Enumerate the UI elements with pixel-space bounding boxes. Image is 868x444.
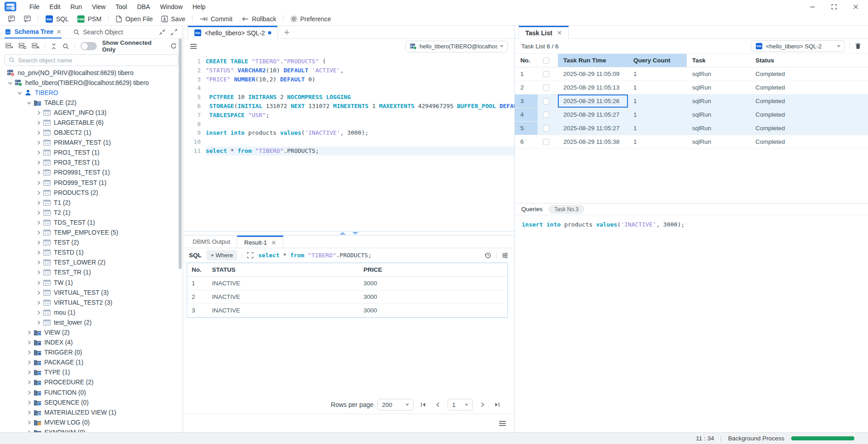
chevron-right-icon[interactable] bbox=[25, 340, 33, 345]
maximize-icon[interactable] bbox=[830, 3, 838, 11]
chevron-right-icon[interactable] bbox=[35, 269, 42, 275]
rollback-button[interactable]: Rollback bbox=[236, 13, 280, 25]
tree-item[interactable]: MATERIALIZED VIEW (1) bbox=[0, 407, 183, 417]
chevron-right-icon[interactable] bbox=[25, 390, 33, 396]
menu-help[interactable]: Help bbox=[188, 2, 211, 11]
add-connection-icon[interactable] bbox=[5, 43, 13, 50]
tree-item[interactable]: TEST (2) bbox=[0, 238, 183, 248]
history-icon[interactable] bbox=[484, 252, 492, 259]
chevron-right-icon[interactable] bbox=[35, 140, 42, 146]
prev-page-button[interactable] bbox=[433, 399, 443, 410]
menu-tool[interactable]: Tool bbox=[110, 2, 132, 11]
tree-item[interactable]: T1 (2) bbox=[0, 198, 183, 208]
tab-result-1[interactable]: Result-1 bbox=[237, 236, 283, 248]
connection-selector[interactable]: hello_tibero(TIBERO@localhost:8629 bbox=[406, 41, 508, 52]
collapse-all-icon[interactable] bbox=[51, 43, 57, 50]
remove-connection-icon[interactable] bbox=[32, 43, 39, 50]
chevron-right-icon[interactable] bbox=[35, 280, 42, 286]
chevron-right-icon[interactable] bbox=[25, 410, 33, 416]
open-file-button[interactable]: Open File bbox=[111, 13, 157, 25]
tree-item[interactable]: TYPE (1) bbox=[0, 368, 183, 378]
tree-item[interactable]: PRO1_TEST (1) bbox=[0, 148, 183, 158]
show-connected-only-toggle[interactable] bbox=[80, 42, 97, 50]
search-tree-icon[interactable] bbox=[62, 43, 69, 50]
chevron-down-icon[interactable] bbox=[6, 80, 14, 86]
task-checkbox[interactable] bbox=[543, 98, 549, 104]
chevron-right-icon[interactable] bbox=[25, 430, 33, 432]
page-select[interactable]: 1 bbox=[448, 399, 473, 411]
chevron-right-icon[interactable] bbox=[35, 300, 42, 306]
task-editor-selector[interactable]: SQL <hello_tibero> SQL-2 bbox=[751, 40, 845, 52]
edit-connection-icon[interactable] bbox=[19, 43, 26, 50]
tree-item[interactable]: TRIGGER (0) bbox=[0, 348, 183, 358]
close-schema-tree-icon[interactable] bbox=[57, 29, 61, 34]
chevron-right-icon[interactable] bbox=[25, 350, 33, 355]
refresh-icon[interactable] bbox=[170, 43, 177, 50]
chevron-right-icon[interactable] bbox=[35, 180, 42, 186]
next-page-button[interactable] bbox=[477, 399, 488, 410]
task-checkbox[interactable] bbox=[543, 139, 549, 145]
chevron-down-icon[interactable] bbox=[25, 100, 33, 106]
chevron-right-icon[interactable] bbox=[35, 160, 42, 165]
tab-sql-editor[interactable]: SQL <hello_tibero> SQL-2 bbox=[188, 26, 278, 39]
tree-item[interactable]: PRIMARY_TEST (1) bbox=[0, 138, 183, 148]
tab-search-object[interactable]: Search Object bbox=[73, 26, 123, 38]
column-price[interactable]: PRICE bbox=[359, 266, 507, 273]
task-row[interactable]: 62025-08-29 11:05:381sqlRunCompleted bbox=[515, 135, 868, 149]
tree-item[interactable]: PACKAGE (1) bbox=[0, 358, 183, 368]
tree-item[interactable]: TEST_TR (1) bbox=[0, 268, 183, 278]
tree-item[interactable]: AGENT_INFO (13) bbox=[0, 108, 183, 118]
tree-item[interactable]: SEQUENCE (0) bbox=[0, 397, 183, 407]
chevron-down-icon[interactable] bbox=[16, 90, 24, 96]
editor-menu-icon[interactable] bbox=[190, 43, 197, 49]
task-checkbox[interactable] bbox=[543, 112, 549, 118]
chevron-right-icon[interactable] bbox=[35, 260, 42, 265]
collapse-panel-icon[interactable] bbox=[159, 29, 165, 35]
tree-item[interactable]: test_lower (2) bbox=[0, 317, 183, 327]
tree-item[interactable]: LARGETABLE (6) bbox=[0, 118, 183, 128]
task-row[interactable]: 12025-08-29 11:05:091sqlRunCompleted bbox=[515, 67, 868, 81]
task-row[interactable]: 42025-08-29 11:05:271sqlRunCompleted bbox=[515, 108, 868, 122]
rows-per-page-select[interactable]: 200 bbox=[377, 399, 414, 411]
tab-dbms-output[interactable]: DBMS Output bbox=[186, 236, 237, 248]
first-page-button[interactable] bbox=[418, 399, 429, 410]
close-window-icon[interactable] bbox=[852, 3, 860, 11]
collapse-down-icon[interactable] bbox=[352, 232, 359, 235]
chevron-right-icon[interactable] bbox=[25, 369, 33, 375]
tree-item[interactable]: TDS_TEST (1) bbox=[0, 217, 183, 227]
chevron-right-icon[interactable] bbox=[35, 240, 42, 246]
tree-item[interactable]: mou (1) bbox=[0, 307, 183, 317]
chevron-right-icon[interactable] bbox=[25, 400, 33, 406]
tab-task-list[interactable]: Task List bbox=[519, 26, 569, 39]
column-no[interactable]: No. bbox=[187, 266, 208, 273]
result-row[interactable]: 2INACTIVE3000 bbox=[187, 290, 507, 304]
tree-item[interactable]: TABLE (22) bbox=[0, 98, 183, 108]
filter-icon[interactable] bbox=[501, 252, 509, 259]
preference-button[interactable]: Preference bbox=[286, 13, 335, 25]
menu-run[interactable]: Run bbox=[66, 2, 87, 11]
chevron-right-icon[interactable] bbox=[35, 150, 42, 156]
commit-button[interactable]: Commit bbox=[195, 13, 236, 25]
search-input[interactable] bbox=[18, 57, 174, 64]
tree-item[interactable]: MVIEW LOG (0) bbox=[0, 417, 183, 427]
chevron-right-icon[interactable] bbox=[35, 110, 42, 116]
chevron-right-icon[interactable] bbox=[35, 230, 42, 236]
task-checkbox[interactable] bbox=[543, 71, 549, 77]
expand-query-icon[interactable] bbox=[247, 252, 254, 259]
add-editor-button[interactable] bbox=[4, 13, 19, 25]
where-button[interactable]: + Where bbox=[206, 250, 238, 260]
new-tab-button[interactable] bbox=[284, 29, 290, 35]
tree-item[interactable]: FUNCTION (0) bbox=[0, 387, 183, 397]
tree-item[interactable]: PROCEDURE (2) bbox=[0, 378, 183, 387]
task-row[interactable]: 32025-08-29 11:05:261sqlRunCompleted bbox=[515, 94, 868, 108]
menu-dba[interactable]: DBA bbox=[132, 2, 155, 11]
close-result-icon[interactable] bbox=[271, 240, 276, 245]
tree-item[interactable]: VIRTUAL_TEST2 (3) bbox=[0, 298, 183, 307]
task-row[interactable]: 22025-08-29 11:05:131sqlRunCompleted bbox=[515, 81, 868, 94]
menu-window[interactable]: Window bbox=[155, 2, 188, 11]
sql-code-editor[interactable]: 1234567891011 CREATE TABLE "TIBERO"."PRO… bbox=[183, 54, 514, 231]
close-task-list-icon[interactable] bbox=[557, 30, 562, 35]
tree-item[interactable]: PRODUCTS (2) bbox=[0, 188, 183, 198]
chevron-right-icon[interactable] bbox=[25, 359, 33, 365]
task-checkbox[interactable] bbox=[543, 85, 549, 91]
